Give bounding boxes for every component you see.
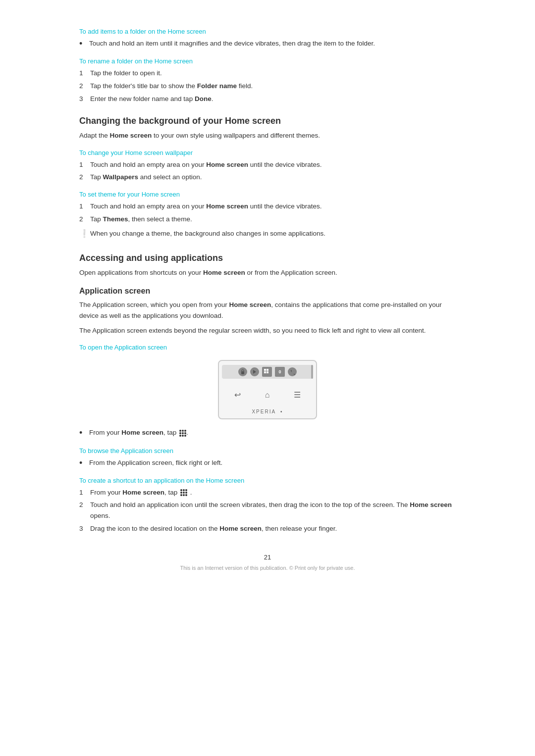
app-screen-subtitle: Application screen — [79, 287, 456, 296]
footer-text: This is an Internet version of this publ… — [79, 565, 456, 571]
rename-step-1: 1 Tap the folder to open it. — [79, 68, 456, 79]
phone-back-icon: ↩ — [234, 390, 241, 400]
rename-step-3-text: Enter the new folder name and tap Done. — [90, 94, 213, 104]
add-items-text: Touch and hold an item until it magnifie… — [89, 38, 375, 49]
bullet-icon: • — [79, 38, 89, 50]
changing-bg-desc: Adapt the Home screen to your own style … — [79, 130, 456, 141]
browse-app-text: From the Application screen, flick right… — [89, 457, 222, 468]
rename-steps-list: 1 Tap the folder to open it. 2 Tap the f… — [79, 68, 456, 104]
grid-icon-inline — [179, 430, 186, 437]
open-app-item: • From your Home screen, tap . — [79, 427, 456, 439]
add-items-heading: To add items to a folder on the Home scr… — [79, 28, 456, 35]
wallpaper-step-num-1: 1 — [79, 159, 90, 170]
wallpaper-step-1-text: Touch and hold an empty area on your Hom… — [90, 159, 322, 170]
svg-rect-2 — [264, 369, 266, 371]
theme-step-1: 1 Touch and hold an empty area on your H… — [79, 201, 456, 212]
wallpaper-steps-list: 1 Touch and hold an empty area on your H… — [79, 159, 456, 183]
shortcut-step-2: 2 Touch and hold an application icon unt… — [79, 500, 456, 521]
wallpaper-heading: To change your Home screen wallpaper — [79, 149, 456, 156]
browse-app-bullet-icon: • — [79, 457, 89, 469]
rename-step-2-text: Tap the folder's title bar to show the F… — [90, 81, 253, 92]
grid-icon-inline-2 — [180, 489, 187, 496]
wallpaper-step-num-2: 2 — [79, 172, 90, 183]
page-container: To add items to a folder on the Home scr… — [0, 0, 535, 756]
shortcut-step-1: 1 From your Home screen, tap . — [79, 487, 456, 498]
phone-menu-icon: ☰ — [294, 390, 301, 400]
shortcut-step-3-text: Drag the icon to the desired location on… — [90, 523, 337, 534]
rename-step-3: 3 Enter the new folder name and tap Done… — [79, 94, 456, 104]
open-app-list: • From your Home screen, tap . — [79, 427, 456, 439]
browse-app-item: • From the Application screen, flick rig… — [79, 457, 456, 469]
browse-app-heading: To browse the Application screen — [79, 447, 456, 454]
open-app-bullet-icon: • — [79, 427, 89, 439]
shortcut-step-num-1: 1 — [79, 487, 90, 498]
phone-call-icon — [288, 367, 297, 376]
phone-mockup: 0 ↩ ⌂ ☰ XPERIA • — [218, 360, 317, 419]
theme-heading: To set theme for your Home screen — [79, 191, 456, 198]
open-app-heading: To open the Application screen — [79, 344, 456, 351]
theme-steps-list: 1 Touch and hold an empty area on your H… — [79, 201, 456, 224]
theme-warning-row: ❕ When you change a theme, the backgroun… — [79, 228, 456, 239]
wallpaper-step-2: 2 Tap Wallpapers and select an option. — [79, 172, 456, 183]
rename-step-1-text: Tap the folder to open it. — [90, 68, 162, 79]
phone-mockup-container: 0 ↩ ⌂ ☰ XPERIA • — [79, 360, 456, 419]
theme-step-1-text: Touch and hold an empty area on your Hom… — [90, 201, 322, 212]
shortcut-heading: To create a shortcut to an application o… — [79, 477, 456, 484]
add-items-list: • Touch and hold an item until it magnif… — [79, 38, 456, 50]
shortcut-step-3: 3 Drag the icon to the desired location … — [79, 523, 456, 534]
app-screen-desc1: The Application screen, which you open f… — [79, 300, 456, 321]
step-num-3: 3 — [79, 94, 90, 104]
changing-bg-title: Changing the background of your Home scr… — [79, 116, 456, 126]
phone-lock-icon — [238, 367, 247, 376]
phone-nav-bar: ↩ ⌂ ☰ — [222, 390, 313, 400]
rename-step-2: 2 Tap the folder's title bar to show the… — [79, 81, 456, 92]
open-app-text: From your Home screen, tap . — [89, 427, 188, 438]
svg-rect-5 — [267, 371, 268, 373]
phone-home-icon: ⌂ — [265, 391, 270, 400]
phone-number-icon: 0 — [275, 367, 285, 377]
shortcut-step-1-text: From your Home screen, tap . — [90, 487, 192, 498]
wallpaper-step-1: 1 Touch and hold an empty area on your H… — [79, 159, 456, 170]
theme-step-2-text: Tap Themes, then select a theme. — [90, 214, 192, 225]
browse-app-list: • From the Application screen, flick rig… — [79, 457, 456, 469]
phone-grid-icon — [262, 367, 272, 377]
scroll-bar — [311, 365, 313, 379]
phone-top-bar: 0 — [222, 365, 313, 379]
shortcut-step-num-3: 3 — [79, 523, 90, 534]
theme-warning-text: When you change a theme, the background … — [90, 228, 325, 239]
theme-step-num-2: 2 — [79, 214, 90, 225]
step-num-1: 1 — [79, 68, 90, 79]
svg-rect-3 — [267, 369, 268, 371]
phone-play-icon — [250, 367, 259, 376]
app-screen-desc2: The Application screen extends beyond th… — [79, 325, 456, 336]
svg-rect-4 — [264, 371, 266, 373]
page-number: 21 — [79, 554, 456, 561]
warning-icon: ❕ — [79, 229, 90, 238]
svg-rect-0 — [241, 371, 244, 374]
wallpaper-step-2-text: Tap Wallpapers and select an option. — [90, 172, 202, 183]
svg-marker-1 — [253, 370, 256, 374]
shortcut-step-num-2: 2 — [79, 500, 90, 510]
phone-brand-label: XPERIA • — [252, 409, 283, 414]
add-items-item: • Touch and hold an item until it magnif… — [79, 38, 456, 50]
shortcut-steps-list: 1 From your Home screen, tap . 2 Touch a… — [79, 487, 456, 534]
shortcut-step-2-text: Touch and hold an application icon until… — [90, 500, 456, 521]
step-num-2: 2 — [79, 81, 90, 92]
theme-step-num-1: 1 — [79, 201, 90, 212]
accessing-title: Accessing and using applications — [79, 253, 456, 263]
theme-step-2: 2 Tap Themes, then select a theme. — [79, 214, 456, 225]
accessing-desc: Open applications from shortcuts on your… — [79, 267, 456, 278]
rename-folder-heading: To rename a folder on the Home screen — [79, 57, 456, 65]
